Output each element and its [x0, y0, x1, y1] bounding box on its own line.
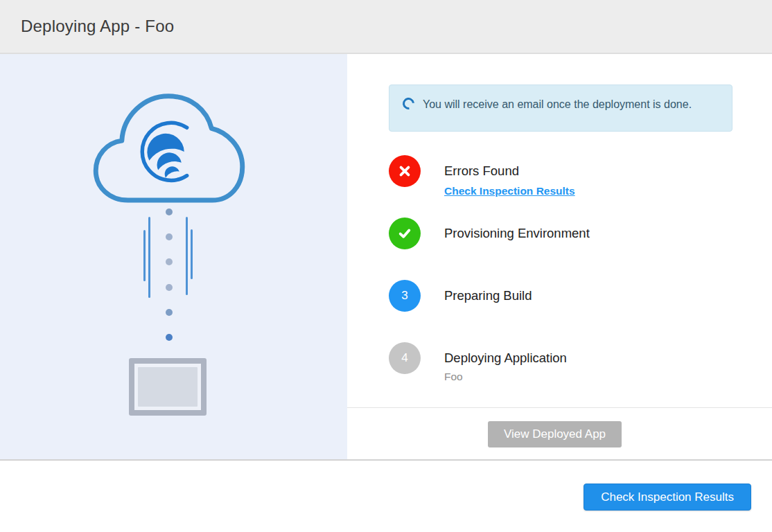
- step-title: Provisioning Environment: [444, 218, 590, 249]
- x-circle-icon: [389, 155, 421, 187]
- step-number-badge: 3: [389, 280, 421, 312]
- check-inspection-results-button[interactable]: Check Inspection Results: [584, 484, 751, 511]
- main-area: You will receive an email once the deplo…: [0, 54, 772, 459]
- stream-dot: [166, 309, 173, 316]
- stream-dot: [166, 233, 173, 240]
- step-text: Provisioning Environment: [444, 218, 590, 249]
- deployment-illustration-panel: [0, 54, 347, 459]
- deployment-status-panel: You will receive an email once the deplo…: [347, 54, 772, 459]
- step-text: Deploying Application Foo: [444, 342, 567, 384]
- step-provisioning-environment: Provisioning Environment: [389, 218, 590, 249]
- footer-bar: Check Inspection Results: [0, 459, 772, 532]
- step-title: Preparing Build: [444, 280, 532, 312]
- spinner-icon: [401, 96, 417, 112]
- view-deployed-app-button[interactable]: View Deployed App: [488, 421, 622, 447]
- cloud-icon: [90, 85, 248, 203]
- step-title: Errors Found: [444, 161, 575, 180]
- stream-line: [186, 217, 188, 295]
- page-title: Deploying App - Foo: [21, 17, 174, 36]
- wave-logo-icon: [142, 123, 186, 180]
- check-circle-icon: [389, 218, 421, 249]
- step-preparing-build: 3 Preparing Build: [389, 280, 532, 312]
- stream-line: [148, 217, 150, 298]
- check-inspection-results-link[interactable]: Check Inspection Results: [444, 185, 575, 197]
- deployment-notice: You will receive an email once the deplo…: [389, 85, 732, 132]
- monitor-screen: [138, 367, 198, 407]
- deploy-app-window: Deploying App - Foo: [0, 0, 772, 532]
- stream-dot: [166, 209, 173, 215]
- stream-line: [143, 230, 146, 281]
- view-button-row: View Deployed App: [347, 421, 762, 447]
- monitor-icon: [129, 358, 207, 416]
- step-number-badge: 4: [389, 342, 421, 374]
- stream-dot: [166, 258, 173, 265]
- stream-line: [191, 229, 193, 279]
- stream-dot: [166, 284, 173, 291]
- step-text: Preparing Build: [444, 280, 532, 312]
- divider: [347, 407, 772, 408]
- step-errors-found: Errors Found Check Inspection Results: [389, 155, 575, 197]
- stream-dot: [166, 334, 173, 341]
- step-deploying-application: 4 Deploying Application Foo: [389, 342, 567, 384]
- notice-text: You will receive an email once the deplo…: [423, 94, 692, 114]
- window-header: Deploying App - Foo: [0, 0, 772, 54]
- step-text: Errors Found Check Inspection Results: [444, 155, 575, 197]
